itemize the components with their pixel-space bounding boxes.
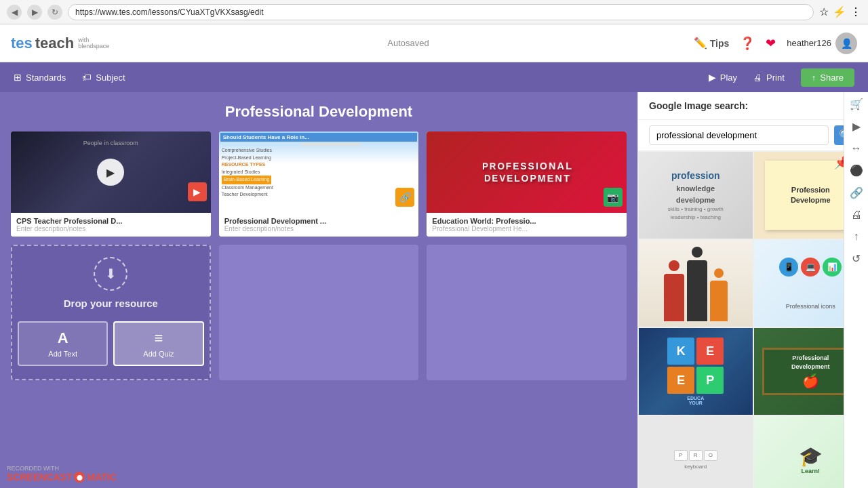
screencast-brand: SCREENCAST xyxy=(7,472,72,483)
letter-k2: E xyxy=(696,338,724,365)
print-icon: 🖨 xyxy=(753,73,762,83)
star-icon[interactable]: ☆ xyxy=(819,5,829,18)
slide-card-3[interactable]: PROFESSIONALDEVELOPMENT 📷 Education Worl… xyxy=(427,131,627,237)
standards-label: Standards xyxy=(26,73,66,83)
cart-icon[interactable]: 🛒 xyxy=(850,98,863,110)
empty-slide-3[interactable] xyxy=(427,245,627,380)
arrows-icon[interactable]: ↔ xyxy=(851,142,862,155)
slide-desc-2: Enter description/notes xyxy=(224,225,414,232)
play-sidebar-icon[interactable]: ▶ xyxy=(852,120,861,133)
image-result-3[interactable] xyxy=(638,239,753,327)
sync-icon[interactable]: ↺ xyxy=(852,252,861,265)
standards-icon: ⊞ xyxy=(14,72,22,83)
autosaved-status: Autosaved xyxy=(123,38,693,48)
logo-teach: teach xyxy=(35,35,74,52)
lesson-title: Professional Development xyxy=(11,103,627,121)
sticky-note-text: ProfessionDevelopme xyxy=(791,185,831,206)
slide-card-2[interactable]: Should Students Have a Role in... Compre… xyxy=(219,131,419,237)
slide-image-1: People in classroom ▶ xyxy=(11,131,211,213)
slides-grid: People in classroom ▶ ▶ CPS Teacher Prof… xyxy=(11,131,627,380)
heart-icon[interactable]: ❤ xyxy=(766,36,776,51)
slide-card-1[interactable]: People in classroom ▶ ▶ CPS Teacher Prof… xyxy=(11,131,211,237)
share-label: Share xyxy=(820,73,844,83)
play-label: Play xyxy=(720,73,737,83)
add-buttons: A Add Text ≡ Add Quiz xyxy=(18,321,204,366)
slide-badge-image: 📷 xyxy=(604,188,623,207)
tag-icon: 🏷 xyxy=(82,72,92,83)
add-quiz-button[interactable]: ≡ Add Quiz xyxy=(113,321,203,366)
nav-actions: ✏️ Tips ❓ ❤ heather126 👤 xyxy=(694,33,857,54)
search-input[interactable] xyxy=(649,125,829,145)
screencast-logo-circle: ⬤ xyxy=(74,472,85,483)
slide-footer-2: Professional Development ... Enter descr… xyxy=(219,213,419,237)
tips-button[interactable]: ✏️ Tips xyxy=(694,37,730,49)
browser-icons: ☆ ⚡ ⋮ xyxy=(819,5,861,18)
google-search-header: Google Image search: xyxy=(638,92,868,120)
slide3-text: PROFESSIONALDEVELOPMENT xyxy=(483,159,574,184)
subject-button[interactable]: 🏷 Subject xyxy=(82,72,125,83)
user-area[interactable]: heather126 👤 xyxy=(787,33,857,54)
lesson-panel: Professional Development People in class… xyxy=(0,92,637,488)
lesson-toolbar: ⊞ Standards 🏷 Subject ▶ Play 🖨 Print ↑ S… xyxy=(0,62,868,92)
top-navigation: tes teach with blendspace Autosaved ✏️ T… xyxy=(0,24,868,62)
subject-label: Subject xyxy=(96,73,125,83)
letter-p: P xyxy=(696,367,724,394)
add-text-button[interactable]: A Add Text xyxy=(18,321,108,366)
upload-icon[interactable]: ↑ xyxy=(854,230,859,243)
slide-title-1: CPS Teacher Professional D... xyxy=(16,217,205,225)
image-results-grid: profession knowledgedevelopme skills • t… xyxy=(638,151,868,488)
menu-icon[interactable]: ⋮ xyxy=(850,5,861,18)
logo-tes: tes xyxy=(11,35,33,52)
slide-desc-1: Enter description/notes xyxy=(16,225,205,232)
slide-image-3: PROFESSIONALDEVELOPMENT xyxy=(427,131,627,213)
image-result-1[interactable]: profession knowledgedevelopme skills • t… xyxy=(638,151,753,239)
keep-edu-grid: K E E P EDUCAYOUR xyxy=(662,332,729,411)
drop-text: Drop your resource xyxy=(64,296,158,310)
google-image-search-panel: Google Image search: 🔍 profession knowle… xyxy=(637,92,868,488)
screencast-watermark: RECORDED WITH SCREENCAST ⬤ MATIC xyxy=(7,465,117,483)
slide-footer-1: CPS Teacher Professional D... Enter desc… xyxy=(11,213,211,237)
image-result-7[interactable]: P R O keyboard xyxy=(638,415,753,488)
tips-label: Tips xyxy=(710,38,730,49)
slide-image-2: Should Students Have a Role in... Compre… xyxy=(219,131,419,213)
forward-button[interactable]: ▶ xyxy=(27,5,42,20)
add-quiz-label: Add Quiz xyxy=(143,350,174,358)
share-icon: ↑ xyxy=(812,73,816,83)
slide-title-3: Education World: Professio... xyxy=(432,217,621,225)
print-label: Print xyxy=(766,73,785,83)
drop-zone[interactable]: ⬇ Drop your resource A Add Text ≡ Add Qu… xyxy=(11,245,211,380)
url-text: https://www.tes.com/lessons/CYuaXTgVKXsa… xyxy=(75,7,263,17)
extension-icon[interactable]: ⚡ xyxy=(833,5,846,18)
recorded-with-text: RECORDED WITH xyxy=(7,465,117,472)
slide-badge-video: ▶ xyxy=(188,182,207,201)
slide-badge-link: 🔗 xyxy=(395,188,414,207)
dots-icon[interactable]: ⚫ xyxy=(850,164,863,177)
letter-e: E xyxy=(667,367,694,394)
help-icon[interactable]: ❓ xyxy=(740,36,755,51)
play-button[interactable]: ▶ Play xyxy=(709,72,737,83)
slide-footer-3: Education World: Professio... Profession… xyxy=(427,213,627,237)
main-layout: Professional Development People in class… xyxy=(0,92,868,488)
empty-slide-2[interactable] xyxy=(219,245,419,380)
edu-text: EDUCAYOUR xyxy=(667,396,724,405)
refresh-button[interactable]: ↻ xyxy=(47,5,62,20)
print-sidebar-icon[interactable]: 🖨 xyxy=(851,209,862,221)
image-result-5[interactable]: K E E P EDUCAYOUR xyxy=(638,327,753,415)
add-text-label: Add Text xyxy=(48,350,77,358)
play-icon: ▶ xyxy=(709,72,716,83)
logo[interactable]: tes teach with blendspace xyxy=(11,35,109,52)
share-button[interactable]: ↑ Share xyxy=(801,68,854,87)
drop-icon: ⬇ xyxy=(94,257,127,291)
logo-subtitle: with blendspace xyxy=(78,37,109,49)
search-bar: 🔍 xyxy=(638,120,868,151)
text-icon: A xyxy=(58,329,68,347)
slide-desc-3: Professional Development He... xyxy=(432,225,621,232)
link-sidebar-icon[interactable]: 🔗 xyxy=(850,186,863,199)
user-name: heather126 xyxy=(787,38,831,48)
standards-button[interactable]: ⊞ Standards xyxy=(14,72,66,83)
browser-chrome: ◀ ▶ ↻ https://www.tes.com/lessons/CYuaXT… xyxy=(0,0,868,24)
pencil-icon: ✏️ xyxy=(694,37,707,49)
back-button[interactable]: ◀ xyxy=(7,5,22,20)
print-button[interactable]: 🖨 Print xyxy=(753,73,785,83)
url-bar[interactable]: https://www.tes.com/lessons/CYuaXTgVKXsa… xyxy=(68,4,814,20)
